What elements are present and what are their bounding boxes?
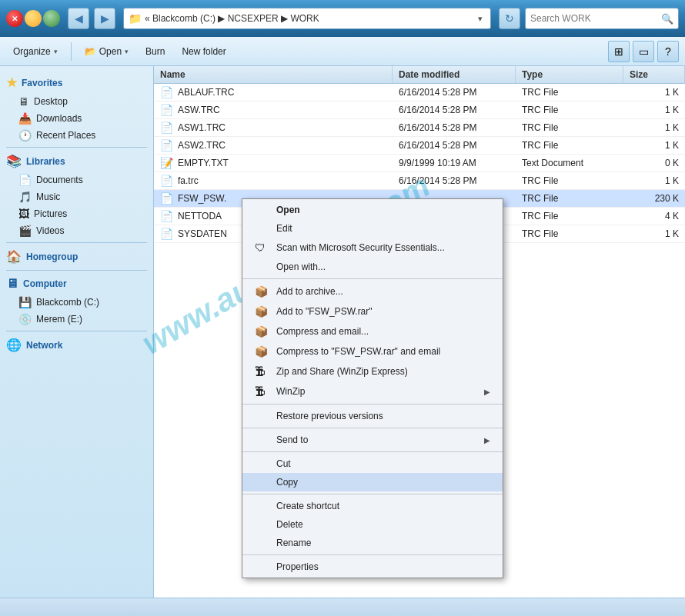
context-menu-item[interactable]: Edit	[242, 219, 503, 238]
network-header[interactable]: 🌐 Network	[0, 335, 153, 355]
context-menu-item-label: Add to "FSW_PSW.rar"	[276, 306, 490, 317]
col-header-date[interactable]: Date modified	[393, 66, 516, 83]
context-menu-item[interactable]: 🛡Scan with Microsoft Security Essentials…	[242, 238, 503, 258]
star-icon: ★	[6, 75, 17, 90]
sidebar-item-downloads[interactable]: 📥 Downloads	[0, 110, 153, 127]
computer-header[interactable]: 🖥 Computer	[0, 274, 153, 294]
file-name: FSW_PSW.	[178, 193, 226, 204]
table-row[interactable]: 📝 EMPTY.TXT 9/9/1999 10:19 AM Text Docum…	[154, 155, 685, 172]
homegroup-header[interactable]: 🏠 Homegroup	[0, 246, 153, 267]
context-menu-item[interactable]: Delete	[242, 515, 503, 534]
context-menu-item[interactable]: Create shortcut	[242, 497, 503, 515]
file-icon: 📄	[160, 139, 173, 152]
sidebar-item-c-drive[interactable]: 💾 Blackcomb (C:)	[0, 294, 153, 311]
forward-button[interactable]: ▶	[94, 8, 115, 29]
recent-icon: 🕐	[18, 129, 32, 142]
sidebar-item-music[interactable]: 🎵 Music	[0, 188, 153, 205]
context-menu-item[interactable]: 🗜Zip and Share (WinZip Express)	[242, 361, 503, 381]
context-menu-item-icon: 🛡	[255, 241, 270, 254]
context-menu-item[interactable]: Restore previous versions	[242, 407, 503, 425]
context-menu: OpenEdit🛡Scan with Microsoft Security Es…	[242, 198, 503, 578]
computer-label: Computer	[23, 278, 67, 289]
file-icon: 📄	[160, 210, 173, 222]
context-menu-item[interactable]: Copy	[242, 473, 503, 491]
col-header-size[interactable]: Size	[623, 66, 685, 83]
context-menu-item[interactable]: Cut	[242, 455, 503, 473]
file-size-cell: 230 K	[623, 191, 685, 206]
context-menu-item[interactable]: 🗜WinZip▶	[242, 381, 503, 401]
file-type-cell: TRC File	[516, 226, 623, 241]
file-name-cell: 📄 ASW1.TRC	[154, 119, 393, 136]
sidebar-item-pictures[interactable]: 🖼 Pictures	[0, 205, 153, 222]
organize-button[interactable]: Organize ▾	[6, 42, 65, 61]
context-menu-item-label: Create shortcut	[276, 501, 490, 511]
col-header-name[interactable]: Name	[154, 66, 393, 83]
file-size-cell: 1 K	[623, 138, 685, 153]
open-arrow: ▾	[125, 48, 129, 55]
file-name-cell: 📄 ABLAUF.TRC	[154, 84, 393, 101]
file-size-cell: 1 K	[623, 173, 685, 188]
file-name: fa.trc	[178, 175, 199, 186]
table-row[interactable]: 📄 ASW1.TRC 6/16/2014 5:28 PM TRC File 1 …	[154, 119, 685, 137]
context-menu-separator	[242, 404, 503, 405]
folder-icon: 📁	[129, 12, 142, 25]
context-menu-item-label: Restore previous versions	[276, 411, 490, 421]
open-button[interactable]: 📂 Open ▾	[78, 42, 135, 61]
pane-button[interactable]: ▭	[633, 41, 654, 62]
context-menu-item[interactable]: Properties	[242, 558, 503, 576]
sidebar-item-desktop[interactable]: 🖥 Desktop	[0, 93, 153, 110]
file-type-cell: Text Document	[516, 155, 623, 171]
file-icon: 📝	[160, 157, 173, 169]
maximize-button[interactable]	[43, 10, 60, 27]
table-row[interactable]: 📄 ABLAUF.TRC 6/16/2014 5:28 PM TRC File …	[154, 84, 685, 102]
search-box[interactable]: 🔍	[525, 8, 679, 29]
libraries-header[interactable]: 📚 Libraries	[0, 151, 153, 171]
col-header-type[interactable]: Type	[516, 66, 623, 83]
sidebar: ★ Favorites 🖥 Desktop 📥 Downloads 🕐 Rece…	[0, 66, 154, 598]
address-bar[interactable]: 📁 « Blackcomb (C:) ▶ NCSEXPER ▶ WORK ▾	[123, 8, 491, 29]
context-menu-item[interactable]: 📦Add to archive...	[242, 281, 503, 301]
new-folder-button[interactable]: New folder	[175, 42, 232, 61]
title-bar: ✕ ◀ ▶ 📁 « Blackcomb (C:) ▶ NCSEXPER ▶ WO…	[0, 0, 685, 37]
file-type-cell: TRC File	[516, 138, 623, 153]
table-row[interactable]: 📄 ASW2.TRC 6/16/2014 5:28 PM TRC File 1 …	[154, 137, 685, 155]
close-button[interactable]: ✕	[6, 10, 23, 27]
libraries-label: Libraries	[26, 156, 65, 167]
address-dropdown-button[interactable]: ▾	[475, 14, 486, 24]
table-row[interactable]: 📄 fa.trc 6/16/2014 5:28 PM TRC File 1 K	[154, 172, 685, 190]
context-menu-item[interactable]: Rename	[242, 534, 503, 552]
back-button[interactable]: ◀	[68, 8, 89, 29]
toolbar-sep-1	[71, 42, 72, 61]
file-type-cell: TRC File	[516, 191, 623, 206]
file-date-cell: 6/16/2014 5:28 PM	[393, 138, 516, 153]
minimize-button[interactable]	[25, 10, 42, 27]
context-menu-item[interactable]: Send to▶	[242, 431, 503, 449]
context-menu-item[interactable]: 📦Compress and email...	[242, 321, 503, 341]
divider-1	[6, 147, 147, 148]
file-icon: 📄	[160, 86, 173, 98]
context-menu-item-label: Cut	[276, 458, 490, 469]
file-type-cell: TRC File	[516, 173, 623, 188]
sidebar-item-videos[interactable]: 🎬 Videos	[0, 222, 153, 239]
toolbar: Organize ▾ 📂 Open ▾ Burn New folder ⊞ ▭ …	[0, 37, 685, 66]
search-input[interactable]	[530, 13, 658, 24]
favorites-header[interactable]: ★ Favorites	[0, 72, 153, 93]
view-options-button[interactable]: ⊞	[608, 41, 630, 62]
table-row[interactable]: 📄 ASW.TRC 6/16/2014 5:28 PM TRC File 1 K	[154, 102, 685, 119]
refresh-button[interactable]: ↻	[499, 8, 520, 29]
context-menu-item[interactable]: 📦Compress to "FSW_PSW.rar" and email	[242, 341, 503, 361]
context-menu-item[interactable]: 📦Add to "FSW_PSW.rar"	[242, 301, 503, 321]
context-menu-separator	[242, 278, 503, 279]
file-type-cell: TRC File	[516, 85, 623, 100]
sidebar-item-documents[interactable]: 📄 Documents	[0, 171, 153, 188]
context-menu-item[interactable]: Open with...	[242, 258, 503, 276]
context-menu-item[interactable]: Open	[242, 201, 503, 219]
desktop-icon: 🖥	[18, 95, 29, 108]
context-menu-item-label: Delete	[276, 519, 490, 530]
help-button[interactable]: ?	[657, 41, 679, 62]
sidebar-item-e-drive[interactable]: 💿 Merem (E:)	[0, 311, 153, 328]
burn-button[interactable]: Burn	[139, 42, 172, 61]
submenu-arrow-icon: ▶	[484, 388, 490, 396]
toolbar-right: ⊞ ▭ ?	[608, 41, 679, 62]
sidebar-item-recent[interactable]: 🕐 Recent Places	[0, 127, 153, 144]
